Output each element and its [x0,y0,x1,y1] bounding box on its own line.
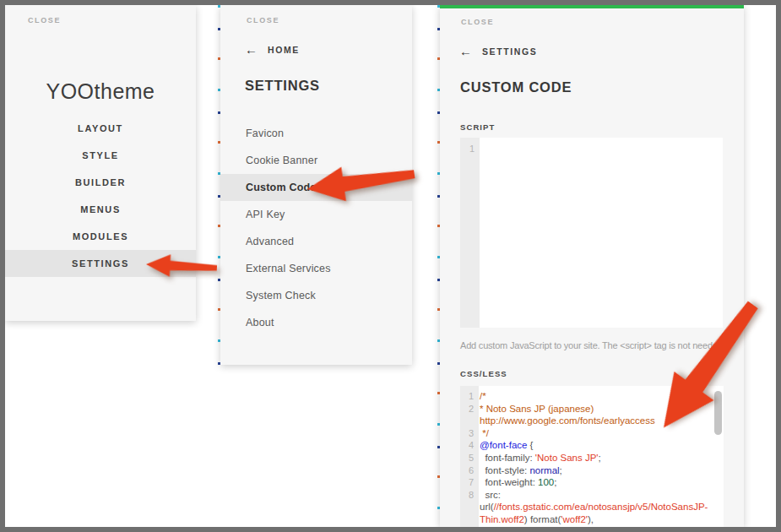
code-line-content: url(//fonts.gstatic.com/ea/notosansjp/v5… [480,501,713,513]
settings-menu-item-label: Custom Code [246,182,316,193]
css-less-label: CSS/LESS [460,369,507,378]
code-line: url(//fonts.gstatic.com/ea/notosansjp/v5… [460,501,724,513]
close-button[interactable]: CLOSE [461,18,494,26]
settings-heading: SETTINGS [245,78,320,94]
line-number: 9 [460,526,474,527]
code-line: 5 font-family: 'Noto Sans JP'; [460,452,724,464]
settings-menu-item-label: About [246,317,274,328]
code-token: font-weight: [480,477,538,487]
back-to-home[interactable]: ← HOME [245,43,300,56]
code-line: Thin.woff2) format('woff2'), [460,513,724,526]
script-editor[interactable]: 1 [460,138,723,328]
settings-menu-item-label: Advanced [246,236,294,247]
theme-menu-item[interactable]: LAYOUT [5,115,196,142]
code-token: ) format( [524,514,561,524]
theme-menu-item[interactable]: STYLE [5,142,196,169]
panel-custom-code: CLOSE ← SETTINGS CUSTOM CODE SCRIPT 1 Ad… [440,5,744,527]
theme-menu-item[interactable]: BUILDER [5,169,196,196]
back-to-settings[interactable]: ← SETTINGS [459,45,537,57]
custom-code-heading: CUSTOM CODE [460,79,572,95]
code-token: Thin.woff2 [480,514,524,524]
code-token: @font-face [480,440,527,450]
code-token: */ [480,428,489,438]
code-line-content: font-weight: 100; [480,476,713,489]
brand-title: YOOtheme [5,79,196,104]
code-token: font-style: [480,465,529,475]
annotation-arrow-settings [145,252,217,280]
code-token: 100 [538,477,554,487]
settings-menu-item-label: Cookie Banner [246,155,317,166]
code-line: 7 font-weight: 100; [460,476,724,489]
code-token: ; [599,453,601,463]
code-line-content: font-style: normal; [480,464,713,477]
code-line-content: Thin.woff2) format('woff2'), [480,513,713,526]
back-label: SETTINGS [482,46,537,57]
line-number: 1 [460,390,474,403]
code-token: font-family: [480,453,535,463]
settings-menu-item[interactable]: External Services [220,255,412,282]
back-label: HOME [268,45,300,55]
theme-menu-item-label: BUILDER [75,177,126,187]
code-line-content: font-family: 'Noto Sans JP'; [480,452,713,464]
theme-menu-item[interactable]: MENUS [5,196,196,223]
settings-menu-item[interactable]: System Check [220,282,412,309]
code-line: 8 src: [460,489,724,502]
theme-menu-item-label: STYLE [82,150,118,160]
progress-bar [440,5,744,8]
theme-menu-item[interactable]: MODULES [5,223,196,250]
code-line: 9 [460,526,724,527]
code-token: ; [554,477,556,487]
code-token: 'woff2' [561,514,588,524]
back-arrow-icon: ← [459,45,472,57]
settings-menu-item-label: API Key [246,209,285,220]
code-token: ; [560,465,562,475]
line-number: 2 [460,403,474,415]
settings-menu-item-label: External Services [246,263,331,274]
code-line-content: @font-face { [480,439,713,452]
theme-menu-item-label: MODULES [73,231,128,242]
line-number: 4 [460,439,474,452]
code-line-content: src: [480,489,713,502]
code-token: http://www.google.com/fonts/earlyaccess [480,415,655,426]
customizer-window: CLOSE YOOtheme LAYOUT STYLE BUILDER MENU… [0,0,781,532]
code-token: 'Noto Sans JP' [535,453,599,463]
code-token: /* [480,391,486,401]
close-button[interactable]: CLOSE [247,16,279,24]
line-number: 1 [460,144,475,154]
code-token: ), [588,514,594,524]
back-arrow-icon: ← [245,43,258,56]
settings-menu-item[interactable]: Advanced [220,228,412,255]
code-token: * Noto Sans JP (japanese) [480,404,594,414]
settings-menu-item-label: System Check [246,290,316,301]
line-number: 3 [460,427,474,440]
theme-menu-item-label: MENUS [80,204,121,214]
theme-menu-item-label: LAYOUT [78,123,123,133]
script-help-text: Add custom JavaScript to your site. The … [460,340,725,350]
line-number: 6 [460,464,474,477]
script-label: SCRIPT [460,122,495,132]
line-number-gutter [460,138,480,328]
code-token: url( [480,502,494,512]
code-token: normal [529,465,559,475]
line-number: 8 [460,489,474,502]
line-number: 7 [460,476,474,489]
settings-menu-item[interactable]: About [220,309,412,336]
close-button[interactable]: CLOSE [28,16,61,24]
settings-menu-item-label: Favicon [246,128,284,139]
code-token: //fonts.gstatic.com/ea/notosansjp/v5/Not… [494,502,708,512]
code-token: src: [480,490,501,500]
code-token: { [527,440,533,450]
line-number: 5 [460,452,474,464]
settings-menu: Favicon Cookie Banner Custom Code API Ke… [220,120,412,336]
theme-menu-item-label: SETTINGS [72,258,129,269]
code-line: 6 font-style: normal; [460,464,724,477]
settings-menu-item[interactable]: Favicon [220,120,412,147]
